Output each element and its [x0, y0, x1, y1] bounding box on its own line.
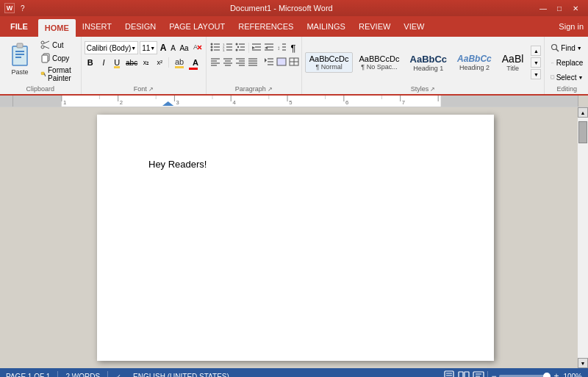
superscript-button[interactable]: x²	[154, 56, 165, 69]
cut-button[interactable]: Cut	[38, 38, 78, 51]
svg-marker-39	[265, 46, 268, 49]
style-nospace[interactable]: AaBBCcDc ¶ No Spac...	[354, 52, 404, 73]
svg-rect-10	[42, 55, 48, 62]
style-normal[interactable]: AaBbCcDc ¶ Normal	[305, 52, 354, 73]
scroll-down-button[interactable]: ▼	[578, 358, 588, 368]
multilevel-list-button[interactable]	[234, 41, 246, 54]
tab-home[interactable]: HOME	[38, 19, 76, 37]
zoom-in-button[interactable]: +	[553, 371, 559, 377]
language-status[interactable]: ENGLISH (UNITED STATES)	[133, 373, 229, 378]
svg-point-28	[235, 43, 237, 46]
grow-font-button[interactable]: A	[159, 41, 168, 54]
format-painter-button[interactable]: Format Painter	[38, 65, 78, 84]
svg-rect-66	[277, 58, 286, 65]
numbered-list-button[interactable]: 1.2.3.	[222, 41, 234, 54]
justify-button[interactable]	[247, 56, 259, 69]
tab-design[interactable]: DESIGN	[118, 16, 162, 37]
style-title-preview: AaBl	[502, 53, 524, 65]
show-hide-button[interactable]: ¶	[288, 41, 298, 54]
paragraph-dialog-launcher[interactable]: ↗	[268, 86, 273, 93]
strikethrough-button[interactable]: abc	[124, 56, 139, 69]
align-center-button[interactable]	[222, 56, 234, 69]
svg-rect-106	[465, 372, 469, 378]
bullets-button[interactable]	[209, 41, 221, 54]
svg-text:4: 4	[232, 99, 235, 106]
svg-text:6: 6	[345, 99, 348, 106]
style-heading1-name: Heading 1	[413, 65, 443, 72]
font-size-selector[interactable]: 11 ▼	[140, 41, 157, 54]
doc-scroll[interactable]: Hey Readers!	[13, 107, 578, 368]
shrink-font-button[interactable]: A	[169, 41, 178, 54]
underline-button[interactable]: U	[111, 56, 123, 69]
svg-rect-1	[17, 43, 23, 48]
style-heading1[interactable]: AaBbCc Heading 1	[406, 51, 452, 74]
styles-scroll-down[interactable]: ▼	[531, 57, 541, 68]
font-name-selector[interactable]: Calibri (Body) ▼	[85, 41, 139, 54]
sort-button[interactable]: ↕	[276, 41, 287, 54]
tab-view[interactable]: VIEW	[397, 16, 431, 37]
styles-more[interactable]: ▼	[531, 69, 541, 79]
increase-indent-button[interactable]	[263, 41, 275, 54]
clear-formatting-button[interactable]: A	[191, 41, 203, 54]
spell-check-icon[interactable]: ✓	[115, 370, 126, 377]
replace-button[interactable]: ↔ Replace	[548, 56, 586, 69]
border-button[interactable]	[288, 56, 300, 69]
styles-scroll-up[interactable]: ▲	[531, 46, 541, 56]
vertical-scrollbar[interactable]: ▲ ▼	[578, 107, 588, 368]
paste-button[interactable]: Paste	[3, 38, 37, 84]
tab-insert[interactable]: INSERT	[76, 16, 118, 37]
zoom-out-button[interactable]: −	[491, 371, 496, 377]
change-case-button[interactable]: Aa	[179, 41, 189, 54]
style-title[interactable]: AaBl Title	[498, 51, 528, 74]
paste-icon	[8, 40, 32, 68]
subscript-button[interactable]: x₂	[140, 56, 152, 69]
svg-rect-73	[551, 76, 554, 79]
tab-references[interactable]: REFERENCES	[232, 16, 300, 37]
select-button[interactable]: Select ▼	[548, 71, 586, 84]
scroll-thumb[interactable]	[578, 121, 587, 143]
sign-in[interactable]: Sign in	[559, 22, 584, 31]
font-dialog-launcher[interactable]: ↗	[148, 86, 154, 93]
tab-mailings[interactable]: MAILINGS	[300, 16, 352, 37]
web-layout-view[interactable]	[473, 370, 484, 378]
print-layout-view[interactable]	[443, 370, 455, 378]
bold-button[interactable]: B	[85, 56, 96, 69]
format-painter-label: Format Painter	[48, 66, 76, 82]
svg-text:7: 7	[402, 99, 405, 106]
style-normal-name: ¶ Normal	[315, 63, 342, 71]
scroll-up-button[interactable]: ▲	[578, 107, 588, 118]
status-bar: PAGE 1 OF 1 2 WORDS ✓ ENGLISH (UNITED ST…	[0, 368, 588, 377]
decrease-indent-button[interactable]	[251, 41, 262, 54]
help-button[interactable]: ?	[18, 4, 28, 12]
window-title: Document1 - Microsoft Word	[28, 4, 535, 12]
styles-dialog-launcher[interactable]: ↗	[430, 86, 435, 93]
svg-rect-77	[62, 96, 441, 107]
style-heading2[interactable]: AaBbCc Heading 2	[453, 51, 496, 73]
shading-button[interactable]	[276, 56, 287, 69]
file-tab[interactable]: FILE	[0, 16, 38, 37]
svg-line-7	[44, 41, 49, 43]
main-area: Hey Readers! ▲ ▼	[0, 107, 588, 368]
scroll-track[interactable]	[578, 118, 588, 358]
doc-content[interactable]: Hey Readers!	[148, 159, 442, 188]
svg-point-18	[210, 46, 212, 49]
cut-label: Cut	[52, 41, 64, 49]
zoom-slider-thumb[interactable]	[543, 373, 551, 377]
maximize-button[interactable]: □	[551, 0, 567, 16]
find-icon	[551, 43, 559, 52]
close-button[interactable]: ✕	[567, 0, 584, 16]
find-button[interactable]: Find ▼	[548, 41, 586, 54]
copy-button[interactable]: Copy	[38, 51, 78, 65]
text-highlight-button[interactable]: ab	[172, 56, 187, 69]
align-left-button[interactable]	[209, 56, 221, 69]
align-right-button[interactable]	[234, 56, 246, 69]
read-mode-view[interactable]	[458, 370, 470, 378]
tab-review[interactable]: REVIEW	[352, 16, 397, 37]
italic-button[interactable]: I	[98, 56, 110, 69]
minimize-button[interactable]: —	[535, 0, 551, 16]
ruler: 1 2 3 4 5 6 7	[13, 96, 578, 107]
tab-page-layout[interactable]: PAGE LAYOUT	[162, 16, 232, 37]
svg-text:✓: ✓	[116, 373, 121, 377]
line-spacing-button[interactable]	[263, 56, 275, 69]
font-color-button[interactable]: A	[188, 56, 203, 69]
